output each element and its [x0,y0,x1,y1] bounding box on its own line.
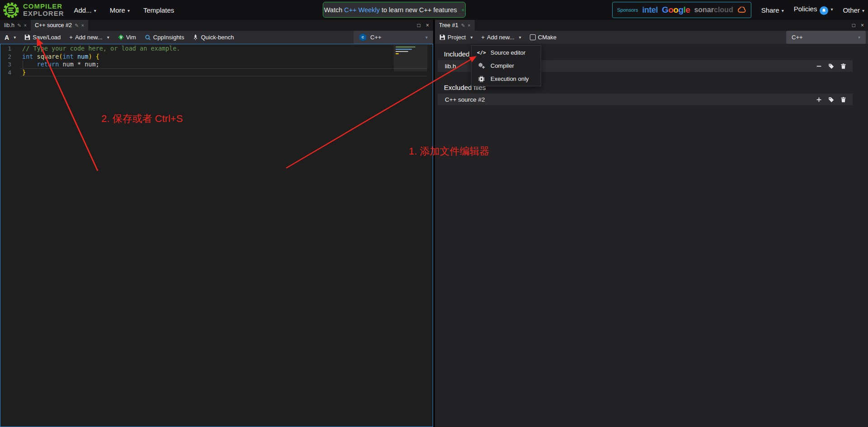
editor-toolbar: A▾ Save/Load + Add new...▾ Vim CppInsigh… [0,31,433,44]
cmake-toggle[interactable]: CMake [530,34,557,41]
close-icon[interactable]: × [467,23,470,28]
cmake-checkbox[interactable] [530,34,536,40]
menu-more[interactable]: More▾ [110,6,130,14]
plus-icon: + [481,34,485,41]
minimap[interactable] [394,45,427,89]
tab-label: Tree #1 [439,22,458,28]
code-editor[interactable]: 1234 // Type your code here, or load an … [0,44,433,427]
minus-icon[interactable] [816,63,822,69]
tree-add-new-button[interactable]: + Add new...▾ [481,34,521,41]
line-number: 1 [0,45,11,53]
editor-language-select[interactable]: C C++ ▾ [354,31,433,44]
rocket-icon [193,34,198,40]
tab-tree-1[interactable]: Tree #1 ✎ × [435,20,475,31]
code-lines[interactable]: // Type your code here, or load an examp… [22,45,180,76]
line-number: 2 [0,53,11,61]
tab-lib-h[interactable]: lib.h ✎ × [0,20,31,31]
rename-icon[interactable]: ✎ [17,23,21,28]
close-pane-icon[interactable]: × [426,22,429,28]
chevron-down-icon: ▾ [782,8,784,13]
tree-row-label: lib.h [445,63,456,70]
chevron-down-icon: ▾ [858,35,860,40]
rename-icon[interactable]: ✎ [75,23,79,28]
chip-icon [477,76,486,82]
workspace: lib.h ✎ × C++ source #2 ✎ × □ × A▾ [0,20,868,427]
google-logo[interactable]: Google [662,5,690,15]
tree-language-value: C++ [792,34,803,41]
tab-label: lib.h [4,22,14,28]
trash-icon[interactable] [840,96,846,103]
save-load-button[interactable]: Save/Load [24,34,61,41]
menu-templates[interactable]: Templates [143,6,174,14]
code-line[interactable]: } [22,69,180,77]
plus-icon: + [69,34,73,41]
line-number: 4 [0,69,11,77]
chevron-down-icon: ▾ [14,35,16,40]
rename-icon[interactable]: ✎ [461,23,465,28]
close-icon[interactable]: × [81,23,84,28]
tab-cpp-source-2[interactable]: C++ source #2 ✎ × [31,20,88,31]
tree-content: Included fileslib.hExcluded filesC++ sou… [435,44,868,427]
menu-item-label: Compiler [491,62,514,69]
editor-tabrow: lib.h ✎ × C++ source #2 ✎ × □ × [0,20,433,31]
font-size-button[interactable]: A▾ [5,34,16,41]
floppy-icon [24,34,30,40]
bell-icon [820,6,828,15]
project-button[interactable]: Project▾ [439,34,473,41]
line-number: 3 [0,61,11,69]
chevron-down-icon: ▾ [519,35,521,40]
annotation-step2: 2. 保存或者 Ctrl+S [101,112,183,126]
menu-item-compiler[interactable]: Compiler [472,59,541,72]
sonarcloud-logo[interactable]: sonarcloud [694,6,733,14]
cppinsights-button[interactable]: CppInsights [145,34,184,41]
maximize-icon[interactable]: □ [852,22,855,28]
banner-close-icon[interactable]: × [462,7,464,13]
indent-guide [23,61,23,69]
quick-bench-button[interactable]: Quick-bench [193,34,234,41]
chevron-down-icon: ▾ [94,8,96,13]
tree-row[interactable]: C++ source #2 [438,94,853,105]
code-line[interactable]: return num * num; [22,61,180,69]
tree-language-select[interactable]: C++ ▾ [786,31,866,44]
menu-add[interactable]: Add...▾ [74,6,96,14]
brand-logo[interactable]: COMPILER EXPLORER [0,2,64,19]
menu-item-label: Execution only [491,75,529,82]
tag-icon[interactable] [828,63,834,69]
tree-tabrow: Tree #1 ✎ × □ × [435,20,868,31]
trash-icon[interactable] [840,63,846,69]
code-icon: </> [477,50,486,56]
intel-logo[interactable]: intel [642,5,658,15]
code-line[interactable]: int square(int num) { [22,53,180,61]
vim-button[interactable]: Vim [118,34,136,41]
plus-icon[interactable] [816,96,822,103]
pane-window-controls: □ × [852,20,864,31]
brand-explorer: EXPLORER [23,10,64,17]
menu-item-label: Source editor [491,49,525,56]
menu-other[interactable]: Other▾ [843,6,864,14]
brand-text: COMPILER EXPLORER [23,3,64,17]
banner-link[interactable]: C++ Weekly [344,6,380,14]
menu-policies[interactable]: Policies▾ [794,5,833,15]
brand-compiler: COMPILER [23,3,64,10]
tab-label: C++ source #2 [35,22,72,28]
menu-share[interactable]: Share▾ [761,6,784,14]
add-new-button[interactable]: + Add new...▾ [69,34,109,41]
cppinsights-icon [145,34,151,41]
chevron-down-icon: ▾ [425,35,428,40]
vim-icon [118,34,124,40]
menu-item-execution-only[interactable]: Execution only [472,72,541,85]
close-pane-icon[interactable]: × [861,22,864,28]
minimap-slider[interactable] [394,45,427,71]
add-new-menu: </>Source editorCompilerExecution only [471,45,541,86]
tag-icon[interactable] [828,96,834,103]
maximize-icon[interactable]: □ [417,22,420,28]
chevron-down-icon: ▾ [127,8,130,13]
menu-item-source-editor[interactable]: </>Source editor [472,46,541,59]
chevron-down-icon: ▾ [830,7,833,12]
main-menu: Add...▾ More▾ Templates [74,6,175,14]
close-icon[interactable]: × [24,23,27,28]
editor-language-value: C++ [370,34,382,41]
sponsors-box[interactable]: Sponsors intel Google sonarcloud [612,2,751,18]
announcement-banner[interactable]: Watch C++ Weekly to learn new C++ featur… [323,2,466,18]
code-line[interactable]: // Type your code here, or load an examp… [22,45,180,53]
